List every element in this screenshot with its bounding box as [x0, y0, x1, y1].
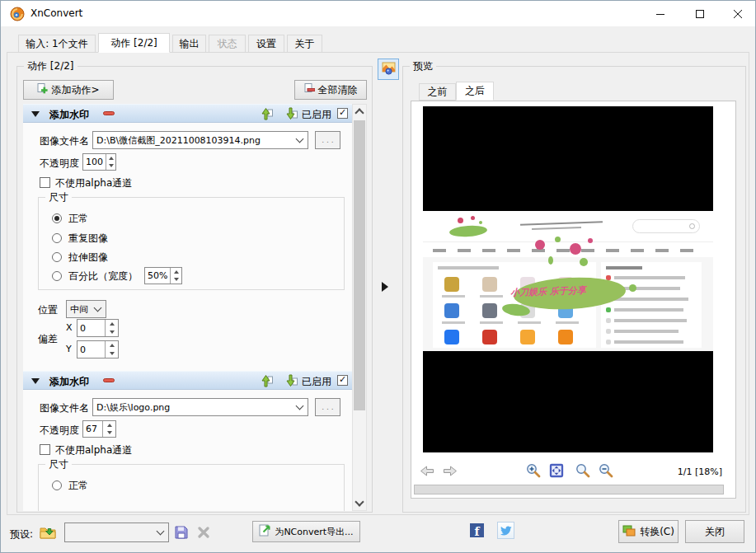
offset-label: 偏差 [38, 332, 58, 346]
action2-noalpha-checkbox[interactable] [40, 444, 50, 455]
close-window-button[interactable] [721, 1, 754, 26]
tab-settings[interactable]: 设置 [248, 35, 284, 53]
move-down-icon[interactable] [286, 107, 298, 123]
add-action-button[interactable]: 添加动作> [23, 80, 114, 100]
action-list: 添加水印 已启用 图像文件名 D:\B\微信截图_20211008103914.… [23, 104, 352, 511]
add-action-label: 添加动作> [51, 83, 99, 97]
preview-hscrollbar[interactable] [414, 485, 724, 494]
action2-opacity-value: 67 [83, 421, 102, 437]
action2-enabled-checkbox[interactable] [337, 375, 348, 386]
preset-combobox[interactable] [64, 523, 169, 542]
spinner-arrows[interactable] [105, 320, 118, 336]
site-logo [446, 216, 492, 238]
tab-input[interactable]: 输入: 1个文件 [18, 35, 96, 53]
action1-noalpha-checkbox[interactable] [40, 177, 50, 188]
action2-filename-label: 图像文件名 [40, 401, 89, 415]
scrollbar-thumb[interactable] [354, 120, 365, 410]
site-tagline-scribble [532, 227, 581, 230]
collapse-caret-icon[interactable] [31, 378, 40, 384]
move-up-icon[interactable] [261, 107, 273, 123]
prev-image-button[interactable] [420, 465, 434, 477]
move-down-icon[interactable] [286, 374, 298, 390]
app-icon [444, 330, 459, 344]
twitter-icon[interactable] [497, 522, 514, 539]
minimize-button[interactable] [644, 1, 677, 26]
open-preset-button[interactable] [36, 523, 59, 544]
next-image-button[interactable] [443, 465, 458, 477]
action2-filename-combobox[interactable]: D:\娱乐\logo.png [92, 398, 308, 416]
spinner-arrows[interactable] [102, 421, 115, 437]
browse-label: . . . [322, 136, 333, 144]
zoom-out-button[interactable] [599, 463, 613, 478]
action1-enabled-checkbox[interactable] [337, 108, 348, 119]
close-label: 关闭 [705, 525, 725, 539]
close-button[interactable]: 关闭 [685, 520, 744, 543]
zoom-original-button[interactable] [575, 463, 590, 478]
offset-x-spinner[interactable]: 0 [77, 319, 119, 337]
combobox-chevron-icon [94, 304, 102, 312]
tab-before[interactable]: 之前 [419, 83, 456, 101]
delete-preset-button[interactable] [195, 525, 213, 541]
action2-opacity-spinner[interactable]: 67 [82, 420, 116, 438]
action2-title: 添加水印 [49, 375, 89, 389]
preview-toggle-button[interactable] [378, 59, 399, 80]
preview-group-title: 预览 [410, 60, 436, 72]
size-stretch-radio[interactable] [52, 252, 62, 262]
tab-after[interactable]: 之后 [456, 82, 494, 101]
action1-header[interactable]: 添加水印 已启用 [23, 104, 352, 123]
action1-size-groupbox: 尺寸 正常 重复图像 拉伸图像 百分比（宽度） 50% [38, 197, 345, 290]
size-percent-spinner[interactable]: 50% [144, 267, 182, 284]
watermark-splash: 小刀娱乐 乐于分享 [505, 238, 646, 329]
size-percent-radio[interactable] [52, 271, 62, 281]
clear-all-button[interactable]: 全部清除 [294, 80, 367, 100]
delete-x-icon [198, 527, 209, 541]
offset-y-spinner[interactable]: 0 [77, 340, 119, 359]
facebook-icon[interactable]: f [470, 523, 484, 537]
action1-opacity-spinner[interactable]: 100 [82, 153, 116, 171]
fit-to-window-button[interactable] [549, 463, 564, 478]
remove-action-icon[interactable] [103, 111, 115, 115]
action2-browse-button[interactable]: . . . [315, 398, 340, 416]
action1-opacity-value: 100 [83, 154, 106, 170]
tab-output[interactable]: 输出 [172, 35, 206, 53]
app-icon [482, 330, 497, 344]
collapse-caret-icon[interactable] [31, 111, 40, 117]
action1-browse-button[interactable]: . . . [315, 131, 340, 149]
combobox-chevron-icon [296, 135, 304, 143]
scroll-up-button[interactable] [353, 105, 366, 119]
action1-filename-combobox[interactable]: D:\B\微信截图_20211008103914.png [92, 131, 308, 149]
move-up-icon[interactable] [261, 374, 273, 390]
action2-header[interactable]: 添加水印 已启用 [23, 371, 352, 390]
xnconvert-window: XnConvert 输入: 1个文件 动作 [2/2] 输出 状态 设置 关于 … [0, 0, 756, 553]
save-preset-button[interactable] [171, 524, 191, 542]
app-logo-icon [10, 7, 25, 21]
size-normal-radio[interactable] [52, 213, 62, 223]
app-icon [558, 330, 573, 344]
remove-action-icon[interactable] [103, 378, 115, 382]
splitter-handle[interactable] [382, 282, 388, 292]
splitter-arrow-icon [382, 282, 388, 292]
spinner-arrows[interactable] [170, 268, 181, 284]
tab-about[interactable]: 关于 [287, 35, 322, 53]
spinner-arrows[interactable] [106, 154, 115, 170]
export-nconvert-button[interactable]: 为NConvert导出... [252, 521, 360, 542]
maximize-button[interactable] [683, 1, 716, 26]
offset-x-label: X [66, 322, 73, 333]
size-normal-label: 正常 [68, 212, 88, 226]
convert-button[interactable]: 转换(C) [618, 520, 679, 543]
action2-noalpha-label: 不使用alpha通道 [55, 443, 132, 457]
export-nconvert-label: 为NConvert导出... [275, 526, 353, 538]
actions-scrollbar[interactable] [352, 104, 367, 511]
tab-about-label: 关于 [295, 37, 315, 51]
scroll-down-button[interactable] [353, 496, 366, 510]
site-tagline-scribble [520, 221, 603, 225]
spinner-arrows[interactable] [105, 341, 118, 358]
position-combobox[interactable]: 中间 [66, 300, 106, 318]
size-stretch-label: 拉伸图像 [68, 251, 108, 265]
size-repeat-radio[interactable] [52, 233, 62, 243]
tab-actions[interactable]: 动作 [2/2] [98, 33, 170, 53]
size-normal-radio[interactable] [52, 480, 62, 490]
tab-before-label: 之前 [428, 85, 448, 99]
zoom-in-button[interactable] [526, 463, 541, 478]
position-value: 中间 [67, 303, 93, 316]
